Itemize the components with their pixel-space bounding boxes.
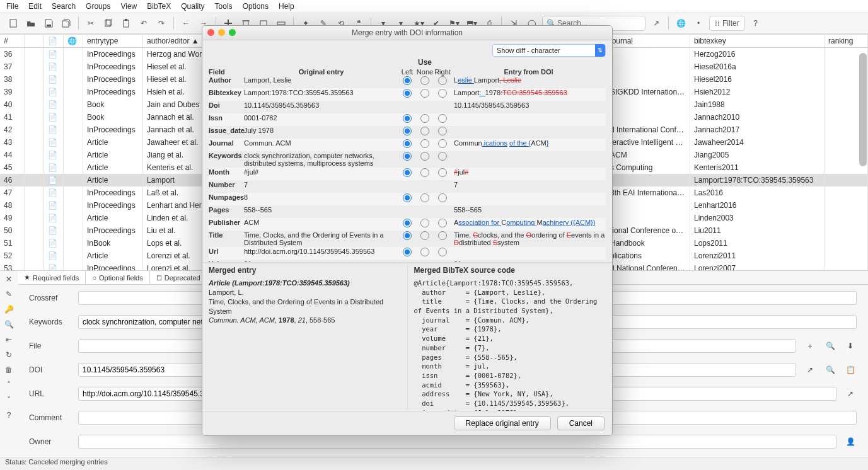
merged-source-code[interactable]: @Article{Lamport:1978:TCO:359545.359563,… [408,277,613,411]
merge-radio-n[interactable] [420,168,429,177]
merge-radio-n[interactable] [420,114,429,123]
merge-radio-n[interactable] [420,231,429,240]
col-bibtexkey[interactable]: bibtexkey [690,35,825,48]
merge-radio-n[interactable] [420,152,429,161]
globe-icon[interactable]: 🌐 [674,16,688,30]
menu-view[interactable]: View [120,2,137,11]
help-icon[interactable]: ? [749,16,763,30]
merge-radio-l[interactable] [403,152,412,161]
dialog-title: Merge entry with DOI information [352,28,463,37]
merge-radio-r[interactable] [438,139,447,148]
sync-icon[interactable]: ↻ [6,350,12,359]
merge-radio-n[interactable] [420,248,429,256]
cancel-button[interactable]: Cancel [557,416,605,430]
merge-radio-l[interactable] [403,76,412,85]
menu-tools[interactable]: Tools [215,2,233,11]
lookup-doi-icon[interactable]: 🔍 [824,364,836,376]
cut-icon[interactable]: ✂ [84,16,98,30]
back-icon[interactable]: ← [179,16,193,30]
col-locked[interactable] [25,35,44,48]
merge-radio-r[interactable] [438,193,447,202]
merge-row: Issn0001-0782 [209,113,606,126]
menu-quality[interactable]: Quality [181,2,204,11]
merge-radio-n[interactable] [420,139,429,148]
replace-button[interactable]: Replace original entry [454,416,551,430]
menu-edit[interactable]: Edit [28,2,42,11]
menu-options[interactable]: Options [243,2,269,11]
menu-file[interactable]: File [6,2,18,11]
pencil-icon[interactable]: ✎ [6,290,12,299]
merge-radio-r[interactable] [438,219,447,227]
tab-required[interactable]: ★ Required fields [18,271,86,284]
new-db-icon[interactable] [6,16,20,30]
up-icon[interactable]: ˄ [7,381,11,389]
fetch-doi-icon[interactable]: 📋 [844,364,857,376]
merge-radio-r[interactable] [438,231,447,240]
tab-optional[interactable]: ○ Optional fields [86,271,149,284]
merge-radio-r[interactable] [438,89,447,98]
bullet-icon[interactable]: • [692,16,705,30]
merge-radio-r[interactable] [438,127,447,135]
merge-field-list[interactable]: AuthorLamport, LeslieLeslie Lamport, Les… [202,76,612,263]
merge-radio-r[interactable] [438,168,447,177]
export-icon[interactable]: ⇤ [6,335,12,344]
trash-icon[interactable]: 🗑 [5,365,13,374]
window-zoom-icon[interactable] [229,29,236,36]
menu-search[interactable]: Search [52,2,76,11]
key-icon[interactable]: 🔑 [4,305,14,314]
merge-radio-l[interactable] [403,168,412,177]
merge-radio-l[interactable] [403,231,412,240]
merge-radio-n[interactable] [420,127,429,135]
col-file[interactable]: 📄 [44,35,64,48]
merge-radio-n[interactable] [420,89,429,98]
window-close-icon[interactable] [207,29,214,36]
owner-input[interactable] [78,435,836,449]
close-editor-icon[interactable]: ✕ [6,275,12,284]
download-file-icon[interactable]: ⬇ [844,340,857,352]
merge-radio-l[interactable] [403,139,412,148]
undo-icon[interactable]: ↶ [137,16,151,30]
merge-radio-l[interactable] [403,127,412,135]
merge-radio-l[interactable] [403,219,412,227]
col-ranking[interactable]: ranking [825,35,868,48]
merge-radio-r[interactable] [438,76,447,85]
menu-groups[interactable]: Groups [86,2,110,11]
merge-radio-n[interactable] [420,76,429,85]
svg-rect-5 [125,19,127,21]
filter-box[interactable]: ⁞⁞Filter [709,16,745,31]
col-number[interactable]: # [0,35,25,48]
copy-icon[interactable] [101,16,115,30]
merge-radio-l[interactable] [403,193,412,202]
browse-file-icon[interactable]: 🔍 [824,340,836,352]
merge-radio-l[interactable] [403,114,412,123]
merge-radio-n[interactable] [420,193,429,202]
open-doi-icon[interactable]: ↗ [804,364,816,376]
zoom-icon[interactable]: 🔍 [4,320,14,329]
vertical-scrollbar[interactable] [859,50,867,281]
menu-help[interactable]: Help [279,2,294,11]
col-url[interactable]: 🌐 [64,35,83,48]
merge-radio-r[interactable] [438,152,447,161]
merge-radio-r[interactable] [438,248,447,256]
merge-radio-r[interactable] [438,114,447,123]
owner-set-icon[interactable]: 👤 [844,435,857,448]
diff-mode-dropdown[interactable]: Show diff - character⇅ [492,44,606,57]
save-icon[interactable] [42,16,55,30]
window-minimize-icon[interactable] [218,29,225,36]
save-all-icon[interactable] [59,16,73,30]
merge-radio-l[interactable] [403,89,412,98]
open-url-icon[interactable]: ↗ [844,387,857,400]
paste-icon[interactable] [119,16,133,30]
open-icon[interactable] [24,16,38,30]
add-file-icon[interactable]: ＋ [804,340,816,352]
search-ext-icon[interactable]: ↗ [649,16,663,30]
dialog-titlebar: Merge entry with DOI information [202,26,612,40]
menu-bibtex[interactable]: BibTeX [147,2,171,11]
down-icon[interactable]: ˅ [7,396,11,404]
col-entrytype[interactable]: entrytype [83,35,143,48]
merge-radio-n[interactable] [420,219,429,227]
merge-radio-l[interactable] [403,248,412,256]
redo-icon[interactable]: ↷ [154,16,168,30]
help2-icon[interactable]: ? [7,411,11,420]
col-journal[interactable]: journal [606,35,690,48]
